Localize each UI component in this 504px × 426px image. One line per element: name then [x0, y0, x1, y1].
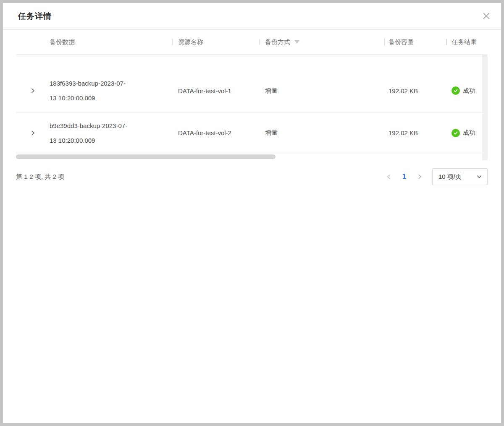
- horizontal-scrollbar-thumb[interactable]: [16, 154, 276, 159]
- resource-name-cell: DATA-for-test-vol-2: [172, 129, 259, 136]
- backup-data-line: b9e39dd3-backup-2023-07-: [50, 118, 172, 133]
- success-icon: [452, 129, 460, 137]
- backup-data-cell: b9e39dd3-backup-2023-07- 13 10:20:00.009: [50, 118, 172, 148]
- column-separator: [172, 39, 173, 45]
- next-page-button[interactable]: [415, 172, 425, 182]
- status-badge: 成功: [452, 86, 475, 95]
- page-size-select[interactable]: 10 项/页: [432, 168, 488, 185]
- backup-size-cell: 192.02 KB: [384, 129, 446, 136]
- horizontal-scrollbar-track: [16, 154, 488, 159]
- header-task-result: 任务结果: [446, 38, 488, 46]
- task-result-cell: 成功: [446, 86, 488, 95]
- header-label: 备份数据: [50, 38, 75, 45]
- header-label: 备份方式: [265, 38, 290, 46]
- chevron-right-icon: [30, 88, 36, 94]
- table-row: b9e39dd3-backup-2023-07- 13 10:20:00.009…: [16, 113, 488, 153]
- page-size-label: 10 项/页: [438, 173, 462, 181]
- pagination-bar: 第 1-2 项, 共 2 项 1 10 项/页: [3, 168, 501, 185]
- header-resource-name: 资源名称: [172, 38, 259, 46]
- expand-row-button[interactable]: [28, 128, 38, 138]
- chevron-right-icon: [30, 130, 36, 136]
- backup-data-line: 13 10:20:00.009: [50, 133, 172, 148]
- close-button[interactable]: [480, 10, 493, 22]
- close-icon: [482, 12, 491, 20]
- column-separator: [259, 39, 260, 45]
- column-separator: [384, 39, 385, 45]
- task-details-dialog: 任务详情 备份数据 资源名称 备份方式: [3, 3, 501, 423]
- header-label: 备份容量: [388, 38, 414, 45]
- backup-data-cell: 183f6393-backup-2023-07- 13 10:20:00.009: [50, 76, 172, 105]
- header-label: 任务结果: [452, 38, 477, 45]
- table-row: 183f6393-backup-2023-07- 13 10:20:00.009…: [16, 55, 488, 113]
- pager: 1 10 项/页: [384, 168, 488, 185]
- vertical-scrollbar-track[interactable]: [482, 55, 488, 160]
- page-title: 任务详情: [18, 11, 52, 22]
- success-icon: [452, 86, 460, 95]
- status-label: 成功: [463, 87, 475, 95]
- header-backup-method: 备份方式: [259, 38, 384, 46]
- backup-method-cell: 增量: [259, 129, 384, 137]
- chevron-right-icon: [417, 174, 423, 180]
- pagination-summary: 第 1-2 项, 共 2 项: [16, 173, 64, 181]
- backup-data-line: 13 10:20:00.009: [50, 91, 172, 105]
- resource-name-cell: DATA-for-test-vol-1: [172, 87, 259, 94]
- header-label: 资源名称: [178, 38, 203, 45]
- header-backup-data: 备份数据: [50, 38, 172, 46]
- header-backup-size: 备份容量: [384, 38, 446, 46]
- column-separator: [446, 39, 447, 45]
- page-number-1[interactable]: 1: [402, 173, 406, 180]
- status-badge: 成功: [452, 129, 475, 137]
- filter-icon[interactable]: [294, 40, 299, 44]
- prev-page-button[interactable]: [384, 172, 394, 182]
- backup-tasks-table: 备份数据 资源名称 备份方式 备份容量 任务结果: [16, 30, 488, 153]
- backup-method-cell: 增量: [259, 87, 384, 95]
- chevron-down-icon: [476, 174, 482, 180]
- chevron-left-icon: [386, 174, 392, 180]
- expand-row-button[interactable]: [28, 86, 38, 96]
- backup-size-cell: 192.02 KB: [384, 87, 446, 94]
- task-result-cell: 成功: [446, 129, 488, 137]
- backup-data-line: 183f6393-backup-2023-07-: [50, 76, 172, 91]
- status-label: 成功: [463, 129, 475, 137]
- dialog-header: 任务详情: [3, 3, 501, 30]
- table-header-row: 备份数据 资源名称 备份方式 备份容量 任务结果: [16, 30, 488, 55]
